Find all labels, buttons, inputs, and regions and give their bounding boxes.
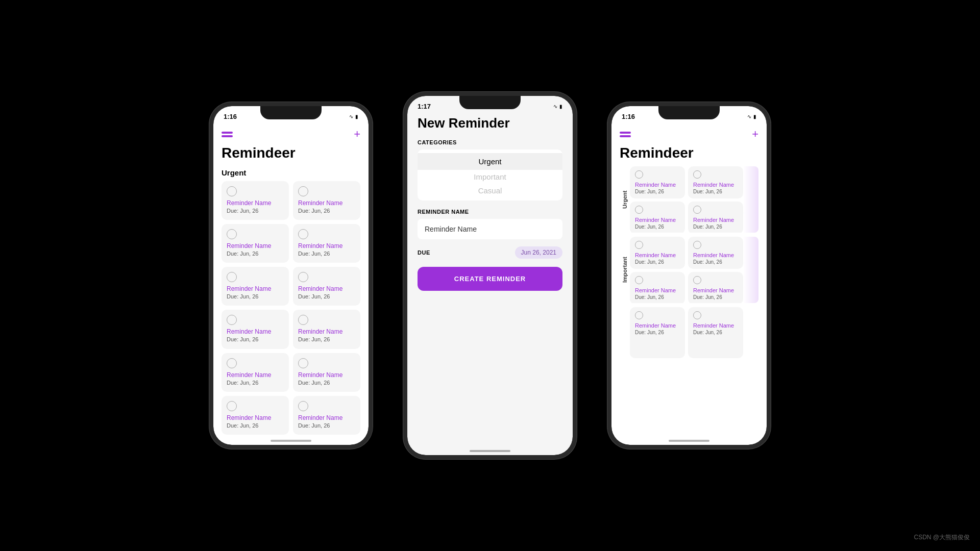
list-item[interactable]: Reminder Name Due: Jun, 26 bbox=[630, 237, 685, 269]
home-bar-right bbox=[669, 440, 709, 442]
r-checkbox[interactable] bbox=[693, 170, 701, 179]
add-button-left[interactable]: + bbox=[354, 128, 360, 141]
notch-right bbox=[658, 106, 720, 119]
card-checkbox-10[interactable] bbox=[298, 358, 308, 368]
r-checkbox[interactable] bbox=[693, 276, 701, 284]
card-checkbox-1[interactable] bbox=[227, 186, 237, 196]
reminder-name-input[interactable] bbox=[418, 219, 562, 239]
card-name-4: Reminder Name bbox=[298, 242, 342, 249]
r-checkbox[interactable] bbox=[693, 241, 701, 249]
card-checkbox-7[interactable] bbox=[227, 315, 237, 325]
card-checkbox-4[interactable] bbox=[298, 229, 308, 239]
r-checkbox[interactable] bbox=[693, 311, 701, 319]
list-item[interactable]: Reminder Name Due: Jun, 26 bbox=[688, 202, 743, 233]
list-item[interactable]: Reminder Name Due: Jun, 26 bbox=[293, 396, 360, 435]
card-checkbox-3[interactable] bbox=[227, 229, 237, 239]
list-item[interactable]: Reminder Name Due: Jun, 26 bbox=[293, 310, 360, 348]
r-name: Reminder Name bbox=[693, 217, 734, 223]
screen-left: 1:16 ∿ ▮ + Remindeer Urgent bbox=[213, 106, 369, 445]
card-due-9: Due: Jun, 26 bbox=[227, 380, 258, 386]
card-checkbox-11[interactable] bbox=[227, 401, 237, 411]
card-checkbox-5[interactable] bbox=[227, 272, 237, 282]
due-row: DUE Jun 26, 2021 bbox=[418, 246, 562, 259]
list-item[interactable]: Reminder Name Due: Jun, 26 bbox=[293, 267, 360, 306]
card-checkbox-2[interactable] bbox=[298, 186, 308, 196]
scroll-fade-bottom bbox=[743, 307, 758, 358]
app-content-right: + Remindeer Urgent Reminder Name Due: Ju… bbox=[611, 122, 767, 435]
list-item[interactable]: Reminder Name Due: Jun, 26 bbox=[222, 267, 289, 306]
card-due-10: Due: Jun, 26 bbox=[298, 380, 330, 386]
r-name: Reminder Name bbox=[693, 252, 734, 258]
important-cards: Reminder Name Due: Jun, 26 Reminder Name… bbox=[630, 237, 743, 303]
bottom-row: Reminder Name Due: Jun, 26 Reminder Name… bbox=[620, 307, 758, 358]
list-item[interactable]: Reminder Name Due: Jun, 26 bbox=[222, 310, 289, 348]
bottom-section: Reminder Name Due: Jun, 26 Reminder Name… bbox=[620, 307, 758, 358]
list-item[interactable]: Reminder Name Due: Jun, 26 bbox=[293, 353, 360, 392]
wifi-icon: ∿ bbox=[349, 114, 353, 119]
phone-left: 1:16 ∿ ▮ + Remindeer Urgent bbox=[209, 102, 373, 449]
battery-icon: ▮ bbox=[355, 114, 358, 119]
card-checkbox-6[interactable] bbox=[298, 272, 308, 282]
category-picker[interactable]: UrgentImportantCasual bbox=[418, 149, 562, 201]
list-item[interactable]: Reminder Name Due: Jun, 26 bbox=[293, 224, 360, 263]
r-name: Reminder Name bbox=[693, 182, 734, 188]
list-item[interactable]: Reminder Name Due: Jun, 26 bbox=[222, 181, 289, 220]
list-item[interactable]: Reminder Name Due: Jun, 26 bbox=[630, 307, 685, 358]
picker-item-important[interactable]: Important bbox=[418, 170, 562, 184]
due-label: DUE bbox=[418, 249, 430, 256]
r-checkbox[interactable] bbox=[635, 311, 643, 319]
important-row: Important Reminder Name Due: Jun, 26 Rem… bbox=[620, 237, 758, 303]
list-item[interactable]: Reminder Name Due: Jun, 26 bbox=[630, 272, 685, 303]
list-item[interactable]: Reminder Name Due: Jun, 26 bbox=[222, 353, 289, 392]
menu-icon-left[interactable] bbox=[222, 132, 233, 137]
create-reminder-button[interactable]: CREATE REMINDER bbox=[418, 267, 562, 291]
important-label-vertical: Important bbox=[620, 237, 630, 303]
r-checkbox[interactable] bbox=[635, 170, 643, 179]
card-checkbox-12[interactable] bbox=[298, 401, 308, 411]
card-name-8: Reminder Name bbox=[298, 328, 342, 335]
r-due: Due: Jun, 26 bbox=[635, 259, 664, 265]
battery-icon-center: ▮ bbox=[559, 104, 562, 109]
r-checkbox[interactable] bbox=[693, 206, 701, 214]
add-button-right[interactable]: + bbox=[752, 128, 758, 141]
urgent-label-vertical: Urgent bbox=[620, 166, 630, 233]
home-bar-left bbox=[271, 440, 311, 442]
r-checkbox[interactable] bbox=[635, 276, 643, 284]
card-name-1: Reminder Name bbox=[227, 199, 271, 207]
list-item[interactable]: Reminder Name Due: Jun, 26 bbox=[293, 181, 360, 220]
list-item[interactable]: Reminder Name Due: Jun, 26 bbox=[222, 396, 289, 435]
app-content-left: + Remindeer Urgent Reminder Name Due: Ju… bbox=[213, 122, 369, 435]
reminder-grid-left: Reminder Name Due: Jun, 26 Reminder Name… bbox=[222, 181, 360, 435]
picker-item-casual[interactable]: Casual bbox=[418, 184, 562, 197]
list-item[interactable]: Reminder Name Due: Jun, 26 bbox=[688, 237, 743, 269]
card-checkbox-8[interactable] bbox=[298, 315, 308, 325]
r-due: Due: Jun, 26 bbox=[693, 224, 722, 230]
status-icons-left: ∿ ▮ bbox=[349, 114, 358, 119]
form-title: New Reminder bbox=[418, 112, 562, 139]
r-checkbox[interactable] bbox=[635, 206, 643, 214]
due-date-badge[interactable]: Jun 26, 2021 bbox=[515, 246, 562, 259]
menu-icon-right[interactable] bbox=[620, 132, 631, 137]
list-item[interactable]: Reminder Name Due: Jun, 26 bbox=[688, 272, 743, 303]
card-due-5: Due: Jun, 26 bbox=[227, 293, 258, 299]
list-item[interactable]: Reminder Name Due: Jun, 26 bbox=[688, 307, 743, 358]
list-item[interactable]: Reminder Name Due: Jun, 26 bbox=[630, 202, 685, 233]
scroll-fade-important bbox=[743, 237, 758, 303]
list-item[interactable]: Reminder Name Due: Jun, 26 bbox=[630, 166, 685, 198]
picker-item-urgent[interactable]: Urgent bbox=[418, 153, 562, 170]
bottom-label-spacer bbox=[620, 307, 630, 358]
menu-bar-r2 bbox=[620, 135, 631, 137]
list-item[interactable]: Reminder Name Due: Jun, 26 bbox=[222, 224, 289, 263]
r-checkbox[interactable] bbox=[635, 241, 643, 249]
card-name-6: Reminder Name bbox=[298, 285, 342, 292]
card-name-3: Reminder Name bbox=[227, 242, 271, 249]
urgent-row: Urgent Reminder Name Due: Jun, 26 Remind… bbox=[620, 166, 758, 233]
menu-bar-1 bbox=[222, 132, 233, 134]
card-checkbox-9[interactable] bbox=[227, 358, 237, 368]
home-bar-center bbox=[470, 450, 510, 452]
time-left: 1:16 bbox=[224, 113, 237, 120]
card-name-11: Reminder Name bbox=[227, 414, 271, 421]
list-item[interactable]: Reminder Name Due: Jun, 26 bbox=[688, 166, 743, 198]
r-due: Due: Jun, 26 bbox=[635, 224, 664, 230]
form-content: New Reminder CATEGORIES UrgentImportantC… bbox=[407, 112, 573, 445]
